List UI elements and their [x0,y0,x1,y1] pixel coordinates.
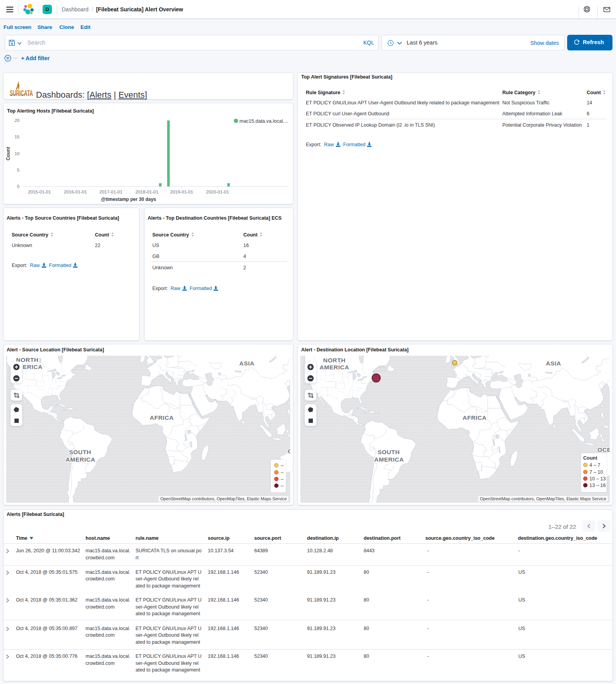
svg-text:AMERICA: AMERICA [66,456,95,463]
svg-text:2020-01-01: 2020-01-01 [206,190,229,194]
svg-text:5: 5 [17,168,20,172]
svg-text:Count: Count [5,147,11,161]
svg-text:SOUTH: SOUTH [69,449,91,455]
svg-text:2015-01-01: 2015-01-01 [28,190,51,194]
svg-text:AFRICA: AFRICA [150,414,174,421]
svg-text:AMERICA: AMERICA [320,364,349,371]
svg-text:@timestamp per 30 days: @timestamp per 30 days [101,197,156,202]
svg-text:OCEANIA: OCEANIA [288,448,290,455]
svg-text:SOUTH: SOUTH [378,449,400,455]
svg-text:0: 0 [17,184,20,189]
svg-text:AMERICA: AMERICA [374,456,404,463]
svg-text:ASIA: ASIA [239,360,254,367]
svg-text:2019-01-01: 2019-01-01 [170,190,193,194]
svg-text:SURICATA: SURICATA [10,88,33,97]
svg-text:NORTH: NORTH [323,357,346,363]
svg-text:mac15.data.va.local....: mac15.data.va.local.... [239,118,288,124]
svg-text:2018-01-01: 2018-01-01 [136,190,159,194]
svg-text:2017-01-01: 2017-01-01 [100,190,123,194]
svg-text:20: 20 [14,118,20,123]
svg-text:AFRICA: AFRICA [462,414,487,421]
svg-text:2016-01-01: 2016-01-01 [64,190,87,194]
svg-text:15: 15 [14,134,20,139]
svg-text:10: 10 [14,151,20,156]
svg-text:OCEANIA: OCEANIA [598,446,610,453]
svg-text:ASIA: ASIA [546,360,561,367]
